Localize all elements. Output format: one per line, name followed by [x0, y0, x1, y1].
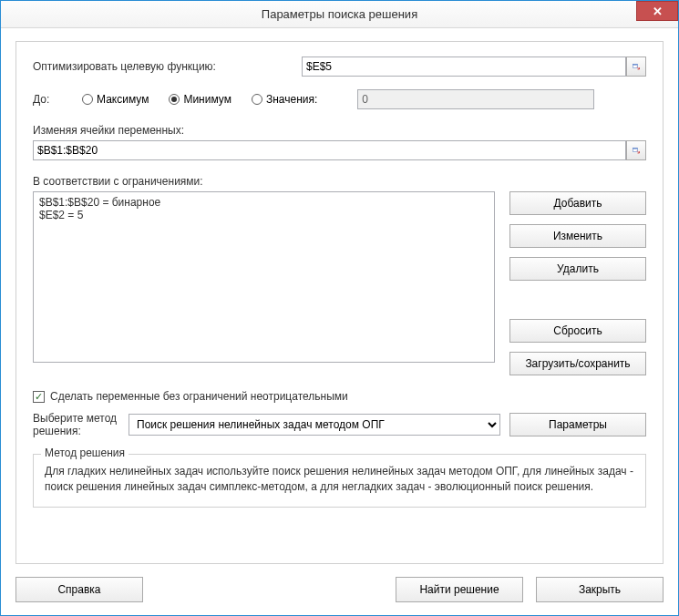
constraints-buttons: Добавить Изменить Удалить Сбросить Загру… — [509, 191, 646, 375]
dialog-body: Оптимизировать целевую функцию: До: М — [1, 28, 678, 615]
radio-max-label: Максимум — [97, 93, 149, 106]
reset-button[interactable]: Сбросить — [509, 319, 646, 343]
range-ref-icon — [633, 144, 640, 157]
constraints-listbox[interactable]: $B$1:$B$20 = бинарное $E$2 = 5 — [33, 191, 495, 363]
window-title: Параметры поиска решения — [1, 7, 678, 21]
constraints-area: $B$1:$B$20 = бинарное $E$2 = 5 Добавить … — [33, 191, 646, 375]
method-fieldset-legend: Метод решения — [41, 447, 129, 459]
titlebar: Параметры поиска решения ✕ — [1, 1, 678, 28]
main-panel: Оптимизировать целевую функцию: До: М — [15, 41, 664, 564]
to-value-input[interactable] — [357, 89, 594, 109]
add-button[interactable]: Добавить — [509, 191, 646, 215]
to-radio-group: Максимум Минимум Значения: — [82, 93, 317, 106]
var-cells-label: Изменяя ячейки переменных: — [33, 124, 646, 137]
objective-label: Оптимизировать целевую функцию: — [33, 60, 302, 73]
range-ref-icon — [633, 60, 640, 73]
close-button[interactable]: ✕ — [636, 1, 678, 21]
var-cells-ref-button[interactable] — [626, 140, 646, 160]
close-dialog-button[interactable]: Закрыть — [536, 577, 664, 602]
change-button[interactable]: Изменить — [509, 224, 646, 248]
close-icon: ✕ — [653, 5, 663, 18]
svg-rect-3 — [633, 149, 638, 149]
radio-icon — [82, 94, 93, 105]
constraints-label: В соответствии с ограничениями: — [33, 175, 646, 188]
radio-icon — [252, 94, 262, 105]
objective-input[interactable] — [302, 56, 626, 77]
svg-rect-1 — [633, 65, 638, 66]
method-label: Выберите метод решения: — [33, 412, 119, 437]
radio-value-label: Значения: — [266, 93, 317, 106]
radio-value[interactable]: Значения: — [252, 93, 317, 106]
spacer — [509, 290, 646, 310]
objective-row: Оптимизировать целевую функцию: — [33, 56, 646, 77]
method-fieldset-desc: Для гладких нелинейных задач используйте… — [45, 464, 634, 496]
radio-min-label: Минимум — [183, 93, 231, 106]
radio-icon — [169, 94, 180, 105]
objective-ref-button[interactable] — [626, 56, 646, 77]
delete-button[interactable]: Удалить — [509, 257, 646, 281]
method-select[interactable]: Поиск решения нелинейных задач методом О… — [129, 414, 500, 436]
radio-min[interactable]: Минимум — [169, 93, 231, 106]
nonneg-label: Сделать переменные без ограничений неотр… — [50, 390, 348, 403]
solver-dialog: Параметры поиска решения ✕ Оптимизироват… — [0, 0, 679, 616]
help-button[interactable]: Справка — [15, 577, 143, 602]
bottom-buttons: Справка Найти решение Закрыть — [15, 564, 664, 602]
radio-max[interactable]: Максимум — [82, 93, 149, 106]
method-fieldset: Метод решения Для гладких нелинейных зад… — [33, 454, 646, 508]
nonneg-checkbox[interactable] — [33, 391, 45, 403]
method-row: Выберите метод решения: Поиск решения не… — [33, 412, 646, 437]
solve-button[interactable]: Найти решение — [396, 577, 523, 602]
var-cells-row — [33, 140, 646, 160]
var-cells-input[interactable] — [33, 140, 626, 160]
to-label: До: — [33, 93, 69, 106]
load-save-button[interactable]: Загрузить/сохранить — [509, 352, 646, 375]
nonneg-row: Сделать переменные без ограничений неотр… — [33, 390, 646, 403]
to-row: До: Максимум Минимум Значения: — [33, 89, 646, 109]
params-button[interactable]: Параметры — [509, 413, 646, 436]
